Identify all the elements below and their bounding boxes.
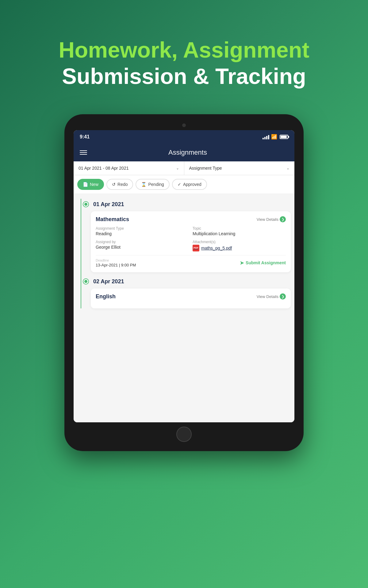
hero-line1: Homework, Assignment — [59, 37, 309, 63]
card-fields-math: Assignment Type Reading Topic Multiplica… — [96, 226, 286, 251]
topic-label: Topic — [193, 226, 286, 231]
timeline-dot-1 — [83, 202, 88, 207]
redo-tab-label: Redo — [117, 182, 128, 187]
assignment-card-math: Mathematics View Details ❯ Assignment Ty… — [91, 211, 291, 272]
pdf-icon: PDF — [193, 245, 199, 251]
redo-tab-icon: ↺ — [112, 182, 116, 187]
timeline-dot-2 — [83, 279, 88, 284]
tablet-device: 9:41 📶 Assignments — [64, 114, 304, 451]
timeline-section-1: 01 Apr 2021 Mathematics View Details ❯ — [74, 199, 294, 272]
subject-math: Mathematics — [96, 216, 129, 223]
field-assigned-by: Assigned by George Elliot — [96, 240, 189, 251]
content-area: 01 Apr 2021 Mathematics View Details ❯ — [74, 194, 294, 422]
date-chevron-icon: ⌄ — [176, 166, 179, 170]
attachment-filename: maths_pg_5.pdf — [201, 246, 232, 251]
field-topic: Topic Multiplication Learning — [193, 226, 286, 236]
submit-label: Submit Assignment — [246, 260, 286, 265]
tablet-screen: 9:41 📶 Assignments — [74, 130, 294, 422]
view-details-arrow-icon: ❯ — [280, 216, 286, 222]
topic-value: Multiplication Learning — [193, 231, 286, 236]
attachments-label: Attachment(s) — [193, 240, 286, 244]
approved-tab-icon: ✓ — [178, 182, 181, 187]
assignment-card-english: English View Details ❯ — [91, 288, 291, 308]
date-range-filter[interactable]: 01 Apr 2021 - 08 Apr 2021 ⌄ — [74, 161, 184, 175]
status-icons: 📶 — [263, 134, 288, 140]
tab-new[interactable]: 📄 New — [77, 179, 104, 190]
view-details-english[interactable]: View Details ❯ — [257, 293, 286, 300]
hero-line2: Submission & Tracking — [59, 63, 309, 89]
pending-tab-label: Pending — [148, 182, 164, 187]
timeline: 01 Apr 2021 Mathematics View Details ❯ — [74, 194, 294, 317]
view-details-math[interactable]: View Details ❯ — [257, 216, 286, 222]
tab-pending[interactable]: ⌛ Pending — [136, 179, 169, 190]
deadline-row: Deadline 13-Apr-2021 | 9:00 PM ➤ Submit … — [96, 255, 286, 267]
submit-icon: ➤ — [240, 260, 244, 266]
status-bar: 9:41 📶 — [74, 130, 294, 144]
deadline-label: Deadline — [96, 258, 136, 262]
card-header-math: Mathematics View Details ❯ — [96, 216, 286, 223]
deadline-group: Deadline 13-Apr-2021 | 9:00 PM — [96, 258, 136, 267]
status-time: 9:41 — [80, 134, 90, 140]
tab-redo[interactable]: ↺ Redo — [106, 179, 133, 190]
new-tab-icon: 📄 — [83, 182, 88, 187]
battery-icon — [280, 135, 288, 139]
view-details-math-label: View Details — [257, 217, 278, 222]
assignment-type-value: Assignment Type — [189, 166, 222, 171]
view-details-english-arrow-icon: ❯ — [280, 293, 286, 300]
field-attachments: Attachment(s) PDF maths_pg_5.pdf — [193, 240, 286, 251]
type-chevron-icon: ⌄ — [286, 166, 289, 170]
field-assignment-type: Assignment Type Reading — [96, 226, 189, 236]
assignment-type-label: Assignment Type — [96, 226, 189, 231]
subject-english: English — [96, 293, 116, 300]
signal-icon — [263, 134, 269, 139]
hamburger-menu[interactable] — [80, 150, 87, 155]
pending-tab-icon: ⌛ — [141, 182, 146, 187]
assignment-type-filter[interactable]: Assignment Type ⌄ — [184, 161, 295, 175]
date-label-2: 02 Apr 2021 — [93, 278, 124, 285]
date-row-1: 01 Apr 2021 — [79, 199, 294, 210]
home-button[interactable] — [176, 427, 192, 442]
app-title: Assignments — [87, 149, 288, 156]
assignment-type-field-value: Reading — [96, 231, 189, 236]
app-header: Assignments — [74, 144, 294, 161]
submit-assignment-button[interactable]: ➤ Submit Assignment — [240, 260, 286, 266]
tab-bar: 📄 New ↺ Redo ⌛ Pending ✓ Approved — [74, 175, 294, 194]
hero-section: Homework, Assignment Submission & Tracki… — [59, 0, 309, 90]
wifi-icon: 📶 — [271, 134, 277, 140]
tab-approved[interactable]: ✓ Approved — [172, 179, 207, 190]
timeline-section-2: 02 Apr 2021 English View Details ❯ — [74, 276, 294, 308]
filter-bar: 01 Apr 2021 - 08 Apr 2021 ⌄ Assignment T… — [74, 161, 294, 175]
tablet-camera — [182, 123, 186, 127]
view-details-english-label: View Details — [257, 294, 278, 299]
date-range-value: 01 Apr 2021 - 08 Apr 2021 — [79, 166, 128, 171]
approved-tab-label: Approved — [183, 182, 201, 187]
card-header-english: English View Details ❯ — [96, 293, 286, 300]
attachment-file[interactable]: PDF maths_pg_5.pdf — [193, 245, 286, 251]
deadline-value: 13-Apr-2021 | 9:00 PM — [96, 263, 136, 267]
assigned-by-value: George Elliot — [96, 245, 189, 250]
assigned-by-label: Assigned by — [96, 240, 189, 244]
date-label-1: 01 Apr 2021 — [93, 201, 124, 208]
date-row-2: 02 Apr 2021 — [79, 276, 294, 287]
new-tab-label: New — [90, 182, 98, 187]
